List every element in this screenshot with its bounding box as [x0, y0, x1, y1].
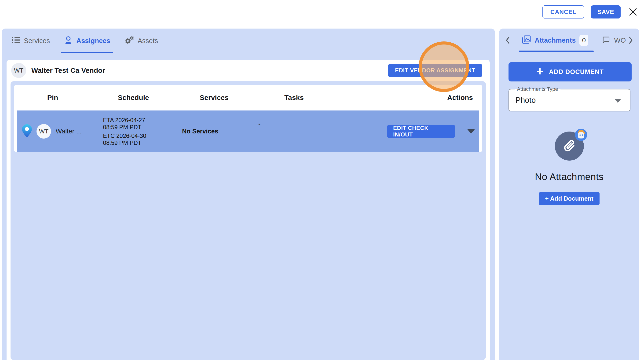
- column-header-tasks: Tasks: [253, 94, 384, 102]
- assignee-actions-cell: EDIT CHECK IN/OUT: [387, 125, 479, 138]
- attachments-tab-underline: [519, 50, 594, 52]
- tab-attachments-label: Attachments: [535, 36, 576, 44]
- right-panel-tabs: Attachments 0 WO: [522, 35, 626, 46]
- assignee-table: Pin Schedule Services Tasks Actions: [14, 85, 482, 152]
- assignee-table-header: Pin Schedule Services Tasks Actions: [14, 85, 482, 110]
- main-tab-bar: Services Assignees: [2, 28, 495, 53]
- vendor-name: Walter Test Ca Vendor: [31, 66, 105, 74]
- schedule-eta-time: 08:59 PM PDT: [103, 124, 179, 130]
- right-panel: Attachments 0 WO: [499, 28, 639, 360]
- schedule-etc-date: ETC 2026-04-30: [103, 132, 179, 139]
- cancel-button[interactable]: CANCEL: [542, 6, 584, 18]
- tab-wo-label: WO: [614, 36, 626, 44]
- assignee-schedule-cell: ETA 2026-04-27 08:59 PM PDT ETC 2026-04-…: [94, 116, 179, 146]
- save-button[interactable]: SAVE: [591, 6, 620, 18]
- add-document-button[interactable]: + ADD DOCUMENT: [508, 62, 632, 82]
- edit-check-in-out-button[interactable]: EDIT CHECK IN/OUT: [387, 125, 455, 138]
- add-document-label: ADD DOCUMENT: [549, 68, 604, 76]
- add-document-secondary-button[interactable]: + Add Document: [539, 192, 599, 205]
- attachments-empty-state: No Attachments + Add Document: [499, 132, 639, 205]
- tab-assignees[interactable]: Assignees: [57, 28, 117, 53]
- column-header-schedule: Schedule: [118, 94, 149, 102]
- assignee-tasks-cell: -: [256, 110, 387, 128]
- schedule-etc-time: 08:59 PM PDT: [103, 139, 179, 146]
- attachments-count-badge: 0: [580, 35, 588, 46]
- select-caret-icon: [614, 99, 621, 103]
- main-panel: Services Assignees: [2, 28, 495, 360]
- assignee-table-wrapper: Pin Schedule Services Tasks Actions: [10, 81, 486, 360]
- edit-vendor-assignment-button[interactable]: EDIT VENDOR ASSIGNMENT: [388, 64, 482, 77]
- assignee-row-pin-cell: WT Walter ...: [17, 124, 94, 138]
- plus-icon: +: [536, 65, 544, 77]
- dialog-topbar: CANCEL SAVE: [0, 0, 644, 24]
- paperclip-circle: [555, 132, 584, 160]
- map-pin-icon[interactable]: [22, 124, 32, 138]
- tab-assets[interactable]: Assets: [117, 28, 165, 53]
- attachments-type-value: Photo: [516, 90, 536, 111]
- person-icon: [64, 36, 73, 46]
- close-icon[interactable]: [628, 8, 638, 16]
- vendor-header: WT Walter Test Ca Vendor EDIT VENDOR ASS…: [6, 60, 490, 81]
- row-expand-caret-icon[interactable]: [467, 129, 475, 134]
- tab-assets-label: Assets: [138, 37, 158, 45]
- photo-library-icon: [522, 35, 531, 46]
- vendor-card: WT Walter Test Ca Vendor EDIT VENDOR ASS…: [6, 60, 490, 360]
- tab-services[interactable]: Services: [5, 28, 57, 53]
- right-panel-tab-bar: Attachments 0 WO: [499, 28, 639, 52]
- vendor-assignment-dialog: CANCEL SAVE Services: [0, 0, 644, 360]
- tab-wo[interactable]: WO: [602, 36, 626, 45]
- tab-services-label: Services: [24, 37, 50, 45]
- schedule-eta-date: ETA 2026-04-27: [103, 116, 179, 124]
- vendor-avatar: WT: [11, 63, 26, 78]
- chevron-left-icon[interactable]: [505, 36, 510, 45]
- assignee-row[interactable]: WT Walter ... ETA 2026-04-27 08:59 PM PD…: [17, 110, 479, 152]
- column-header-actions: Actions: [447, 94, 482, 102]
- gears-icon: [124, 36, 134, 46]
- mascot-badge-icon: [575, 129, 587, 141]
- assignee-avatar: WT: [36, 124, 51, 138]
- no-attachments-title: No Attachments: [535, 171, 604, 182]
- attachments-type-select[interactable]: Attachments Type Photo: [508, 89, 630, 112]
- list-icon: [12, 36, 20, 45]
- column-header-services: Services: [200, 94, 228, 102]
- comment-bubble-icon: [602, 36, 610, 45]
- assignee-services-cell: No Services: [179, 128, 256, 135]
- column-header-pin: Pin: [47, 94, 58, 102]
- chevron-right-icon[interactable]: [628, 36, 633, 45]
- tab-attachments[interactable]: Attachments 0: [522, 35, 588, 46]
- tab-assignees-label: Assignees: [76, 37, 110, 45]
- assignee-name: Walter ...: [56, 128, 82, 135]
